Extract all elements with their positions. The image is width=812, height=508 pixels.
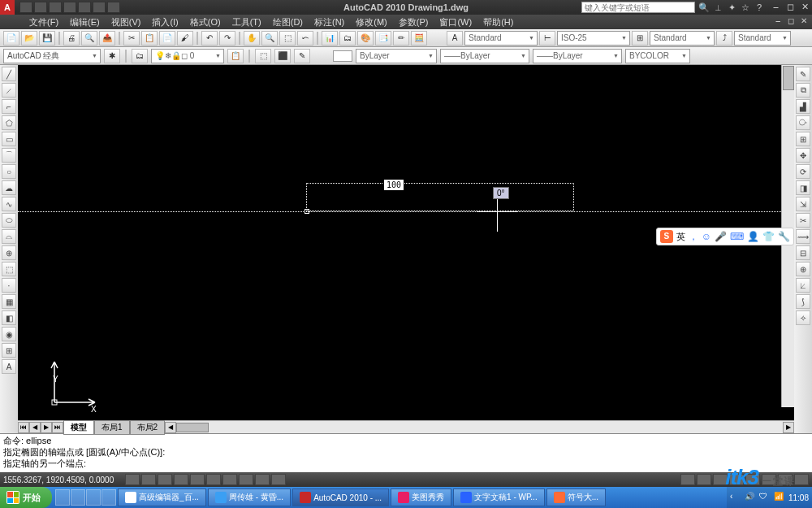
ql-ie-icon[interactable] <box>55 489 70 506</box>
doc-restore-button[interactable]: ◻ <box>784 16 797 28</box>
sogou-logo-icon[interactable]: S <box>660 230 673 243</box>
start-button[interactable]: 开始 <box>0 487 52 508</box>
hardware-accel-icon[interactable] <box>778 474 793 485</box>
join-icon[interactable]: ⊕ <box>796 262 810 276</box>
quickview-layouts-icon[interactable] <box>697 474 711 485</box>
search-box[interactable] <box>581 2 695 13</box>
markup-icon[interactable]: ✏ <box>393 31 409 46</box>
minimize-button[interactable]: ‒ <box>768 1 783 14</box>
gradient-icon[interactable]: ◧ <box>2 310 16 325</box>
dimstyle-icon[interactable]: ⊢ <box>539 31 555 46</box>
make-block-icon[interactable]: ⬚ <box>2 262 16 276</box>
hatch-icon[interactable]: ▦ <box>2 294 16 309</box>
otrack-toggle[interactable] <box>206 474 221 485</box>
quickview-drawings-icon[interactable] <box>713 474 728 485</box>
ql-browser-icon[interactable] <box>102 489 116 506</box>
qat-dropdown-icon[interactable] <box>107 2 120 13</box>
annotation-scale-icon[interactable] <box>729 474 744 485</box>
ellipse-arc-icon[interactable]: ⌓ <box>2 229 16 244</box>
workspace-settings-icon[interactable]: ✱ <box>104 49 120 63</box>
publish-icon[interactable]: 📤 <box>99 31 115 46</box>
search-input[interactable] <box>581 2 695 13</box>
table-style-selector[interactable]: Standard <box>650 31 715 46</box>
qat-redo-icon[interactable] <box>78 2 91 13</box>
ime-toolbar[interactable]: S 英 ， ☺ 🎤 ⌨ 👤 👕 🔧 <box>656 228 794 245</box>
layer-state-icon[interactable]: 📋 <box>227 49 244 63</box>
exchange-icon[interactable]: ✦ <box>726 2 737 13</box>
doc-close-button[interactable]: ✕ <box>797 16 810 28</box>
preview-icon[interactable]: 🔍 <box>81 31 97 46</box>
copy-obj-icon[interactable]: ⧉ <box>796 83 810 98</box>
erase-icon[interactable]: ✎ <box>796 67 810 81</box>
ime-settings-icon[interactable]: 🔧 <box>778 231 790 242</box>
ime-comma-icon[interactable]: ， <box>689 230 698 244</box>
textstyle-icon[interactable]: A <box>447 31 463 46</box>
subscription-icon[interactable]: ⟂ <box>712 2 723 13</box>
zoom-window-icon[interactable]: ⬚ <box>279 31 296 46</box>
ime-person-icon[interactable]: 👤 <box>747 231 759 242</box>
qat-open-icon[interactable] <box>34 2 47 13</box>
plotstyle-selector[interactable]: BYCOLOR <box>625 49 690 63</box>
tablestyle-icon[interactable]: ⊞ <box>632 31 648 46</box>
insert-block-icon[interactable]: ⬚ <box>255 49 271 63</box>
tray-clock[interactable]: 11:08 <box>788 493 809 502</box>
trim-icon[interactable]: ✂ <box>796 213 810 228</box>
tray-shield-icon[interactable]: 🛡 <box>759 492 771 503</box>
workspace-switch-icon[interactable] <box>745 474 760 485</box>
line-icon[interactable]: ╱ <box>2 67 16 81</box>
point-icon[interactable]: · <box>2 278 16 293</box>
tray-sound-icon[interactable]: 🔊 <box>745 492 756 503</box>
qat-save-icon[interactable] <box>49 2 62 13</box>
linetype-selector[interactable]: —— ByLayer <box>440 49 529 63</box>
help-icon[interactable]: ? <box>754 2 765 13</box>
layout2-tab[interactable]: 布局2 <box>130 420 166 435</box>
ime-lang-label[interactable]: 英 <box>676 231 685 243</box>
tab-next-button[interactable]: ▶ <box>41 422 52 433</box>
new-icon[interactable]: 📄 <box>3 31 19 46</box>
construction-line-icon[interactable]: ⟋ <box>2 83 16 98</box>
menu-modify[interactable]: 修改(M) <box>351 15 392 29</box>
rotate-icon[interactable]: ⟳ <box>796 164 810 179</box>
break-icon[interactable]: ⊟ <box>796 245 810 260</box>
osnap-toggle[interactable] <box>190 474 205 485</box>
polygon-icon[interactable]: ⬠ <box>2 115 16 130</box>
tab-last-button[interactable]: ⏭ <box>52 422 63 433</box>
circle-icon[interactable]: ○ <box>2 164 16 179</box>
menu-edit[interactable]: 编辑(E) <box>65 15 105 29</box>
designcenter-icon[interactable]: 🗂 <box>339 31 356 46</box>
polar-toggle[interactable] <box>174 474 188 485</box>
region-icon[interactable]: ◉ <box>2 327 16 341</box>
search-icon[interactable]: 🔍 <box>698 2 710 13</box>
clean-screen-icon[interactable] <box>794 474 809 485</box>
mleader-icon[interactable]: ⤴ <box>716 31 732 46</box>
ime-emoji-icon[interactable]: ☺ <box>702 231 711 242</box>
ime-voice-icon[interactable]: 🎤 <box>715 231 727 242</box>
redo-icon[interactable]: ↷ <box>219 31 235 46</box>
zoom-prev-icon[interactable]: ⤺ <box>297 31 313 46</box>
cut-icon[interactable]: ✂ <box>123 31 140 46</box>
arc-icon[interactable]: ⌒ <box>2 148 16 163</box>
menu-help[interactable]: 帮助(H) <box>478 15 518 29</box>
insert-icon[interactable]: ⊕ <box>2 245 16 260</box>
qat-undo-icon[interactable] <box>63 2 76 13</box>
menu-window[interactable]: 窗口(W) <box>434 15 477 29</box>
table-icon[interactable]: ⊞ <box>2 343 16 358</box>
ime-keyboard-icon[interactable]: ⌨ <box>730 231 744 242</box>
rectangle-icon[interactable]: ▭ <box>2 132 16 146</box>
lwt-toggle[interactable] <box>255 474 270 485</box>
move-icon[interactable]: ✥ <box>796 148 810 163</box>
spline-icon[interactable]: ∿ <box>2 197 16 211</box>
ortho-toggle[interactable] <box>158 474 172 485</box>
chamfer-icon[interactable]: ⟀ <box>796 278 810 293</box>
menu-view[interactable]: 视图(V) <box>106 15 146 29</box>
mleader-style-selector[interactable]: Standard <box>734 31 791 46</box>
text-style-selector[interactable]: Standard <box>464 31 538 46</box>
taskbar-item-music[interactable]: 周传雄 - 黄昏... <box>208 488 291 506</box>
open-icon[interactable]: 📂 <box>21 31 37 46</box>
taskbar-item-meitu[interactable]: 美图秀秀 <box>391 488 451 506</box>
menu-draw[interactable]: 绘图(D) <box>268 15 308 29</box>
tab-prev-button[interactable]: ◀ <box>29 422 41 433</box>
menu-format[interactable]: 格式(O) <box>185 15 226 29</box>
block-edit-icon[interactable]: ✎ <box>294 49 310 63</box>
stretch-icon[interactable]: ⇲ <box>796 197 810 211</box>
